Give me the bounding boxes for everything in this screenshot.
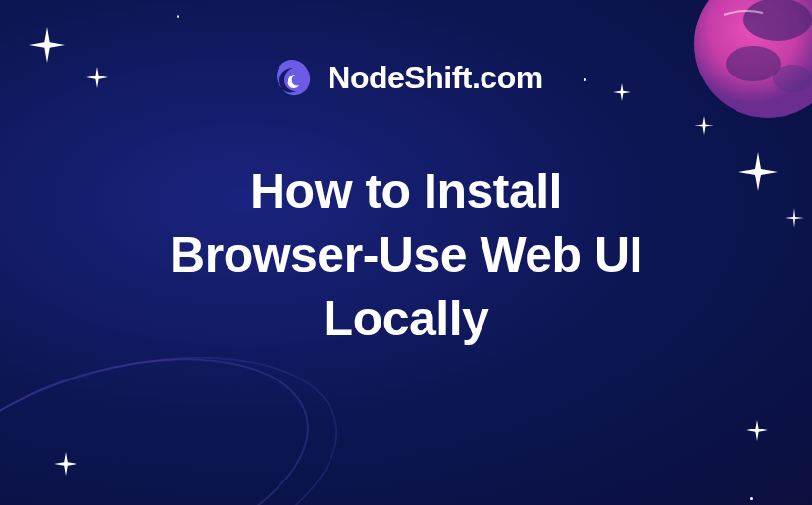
dot-decoration <box>177 15 179 18</box>
star-icon <box>613 83 631 101</box>
dot-decoration <box>750 497 753 500</box>
page-title: How to Install Browser-Use Web UI Locall… <box>0 160 812 351</box>
svg-point-3 <box>773 65 812 92</box>
title-line-1: How to Install <box>98 160 714 224</box>
svg-point-1 <box>743 0 812 41</box>
dot-decoration <box>584 78 586 81</box>
brand-name: NodeShift.com <box>328 60 542 96</box>
svg-point-2 <box>726 46 781 81</box>
nodeshift-logo-icon <box>269 54 316 101</box>
star-icon <box>694 116 714 135</box>
planet-decoration <box>685 0 812 127</box>
star-icon <box>785 208 804 227</box>
title-line-2: Browser-Use Web UI <box>98 224 714 287</box>
star-icon <box>746 420 768 441</box>
title-line-3: Locally <box>98 287 714 351</box>
star-icon <box>86 67 108 88</box>
star-icon <box>738 152 778 191</box>
star-icon <box>29 27 65 63</box>
